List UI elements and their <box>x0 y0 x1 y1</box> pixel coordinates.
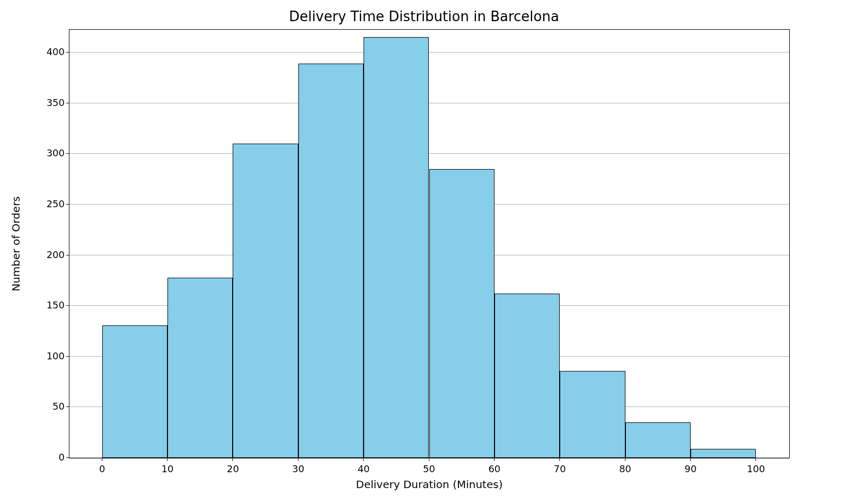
y-tick-mark <box>66 356 69 357</box>
y-tick-mark <box>66 153 69 154</box>
histogram-bar <box>560 371 625 458</box>
y-tick-label: 300 <box>33 147 65 158</box>
y-tick-mark <box>66 457 69 458</box>
x-tick-label: 70 <box>554 458 566 474</box>
histogram-bar <box>298 64 364 458</box>
x-tick-label: 30 <box>292 458 304 474</box>
x-tick-label: 50 <box>423 458 435 474</box>
x-tick-label: 10 <box>162 458 174 474</box>
x-tick-label: 60 <box>488 458 500 474</box>
grid-line <box>69 103 789 103</box>
chart-title: Delivery Time Distribution in Barcelona <box>0 8 848 24</box>
histogram-bar <box>364 37 429 458</box>
y-tick-label: 100 <box>33 350 65 361</box>
y-tick-mark <box>66 103 69 103</box>
histogram-bar <box>429 169 494 458</box>
x-tick-label: 90 <box>685 458 697 474</box>
histogram-bar <box>233 144 298 458</box>
histogram-bar <box>625 422 691 458</box>
x-tick-label: 100 <box>747 458 765 474</box>
plot-area: Delivery Duration (Minutes) 010203040506… <box>69 29 790 458</box>
x-axis-label: Delivery Duration (Minutes) <box>69 478 789 491</box>
x-tick-label: 0 <box>99 458 105 474</box>
y-tick-label: 150 <box>33 299 65 311</box>
histogram-bar <box>494 294 560 458</box>
y-tick-mark <box>66 52 69 52</box>
x-tick-label: 80 <box>619 458 631 474</box>
y-tick-mark <box>66 406 69 407</box>
y-tick-mark <box>66 305 69 306</box>
y-tick-label: 250 <box>33 198 65 209</box>
y-tick-label: 200 <box>33 249 65 260</box>
histogram-bar <box>102 325 167 458</box>
x-tick-label: 20 <box>227 458 239 474</box>
histogram-bar <box>167 278 233 458</box>
y-tick-label: 50 <box>33 401 65 412</box>
y-tick-mark <box>66 204 69 205</box>
histogram-bar <box>691 449 756 458</box>
y-tick-label: 0 <box>33 452 65 463</box>
figure: Delivery Time Distribution in Barcelona … <box>0 0 848 504</box>
y-axis-label: Number of Orders <box>10 196 22 291</box>
grid-line <box>69 52 789 52</box>
y-tick-label: 400 <box>33 46 65 57</box>
y-tick-label: 350 <box>33 96 65 108</box>
grid-line <box>69 153 789 154</box>
x-tick-label: 40 <box>358 458 370 474</box>
y-tick-mark <box>66 255 69 255</box>
